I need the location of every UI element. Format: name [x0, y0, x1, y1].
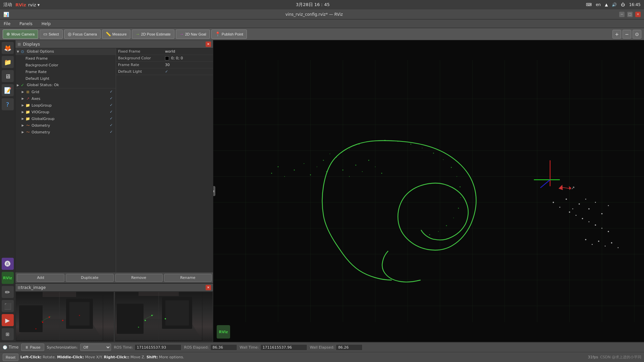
grid-check[interactable]: ✓ — [110, 89, 114, 94]
globalgroup-check[interactable]: ✓ — [110, 116, 114, 121]
svg-rect-19 — [165, 300, 189, 325]
tree-item-globalgroup[interactable]: ▶ 📁 GlobalGroup ✓ — [15, 115, 116, 122]
zoom-in-button[interactable]: + — [612, 30, 621, 39]
ros-time-field: ROS Time: 1711615537.93 — [114, 344, 181, 351]
odometry1-expand[interactable]: ▶ — [21, 123, 25, 127]
nav-goal-button[interactable]: → 2D Nav Goal — [176, 29, 210, 39]
track-image-panel: ▦ track_image ✕ — [15, 283, 213, 342]
tree-item-loopgroup[interactable]: ▶ 📁 LoopGroup ✓ — [15, 102, 116, 109]
odometry2-expand[interactable]: ▶ — [21, 130, 25, 134]
global-status-expand[interactable]: ▶ — [17, 83, 21, 87]
taskbar-vscode-icon[interactable]: ⬛ — [2, 300, 14, 312]
taskbar-terminal2-icon[interactable]: ▶ — [2, 314, 14, 326]
svg-point-83 — [585, 239, 586, 240]
frame-rate-prop-value[interactable]: 30 — [163, 63, 213, 67]
collapse-arrow[interactable]: ◀ — [213, 186, 215, 196]
displays-tree: ▼ ⊙ Global Options Fixed Frame — [15, 48, 116, 272]
tree-item-viogroup[interactable]: ▶ 📁 VIOGroup ✓ — [15, 109, 116, 115]
viogroup-check[interactable]: ✓ — [110, 110, 114, 114]
axes-check[interactable]: ✓ — [110, 96, 114, 101]
taskbar-files-icon[interactable]: 📁 — [2, 56, 14, 68]
sync-select[interactable]: Off Approximate Exact — [80, 344, 111, 351]
svg-point-84 — [592, 244, 593, 245]
measure-button[interactable]: 📏 Measure — [102, 29, 130, 39]
3d-viewport[interactable]: ◀ — [213, 40, 644, 342]
taskbar-terminal-icon[interactable]: 🖥 — [2, 70, 14, 82]
axes-expand[interactable]: ▶ — [21, 97, 25, 101]
taskbar-pen-icon[interactable]: ✏ — [2, 286, 14, 298]
svg-point-52 — [284, 176, 285, 177]
menu-panels[interactable]: Panels — [17, 21, 35, 27]
remove-button[interactable]: Remove — [115, 274, 163, 282]
right-camera-svg — [115, 292, 213, 342]
taskbar-rviz-logo[interactable]: RViz — [2, 272, 14, 284]
zoom-out-button[interactable]: − — [623, 30, 631, 39]
global-options-expand[interactable]: ▼ — [17, 50, 21, 53]
svg-point-99 — [349, 149, 350, 149]
panels-area: ▦ Displays ✕ ▼ ⊙ Global Options — [15, 40, 213, 342]
right-camera-view — [115, 292, 213, 342]
tree-item-grid[interactable]: ▶ ⊞ Grid ✓ — [15, 88, 116, 95]
taskbar-help-icon[interactable]: ? — [2, 98, 14, 110]
focus-camera-icon: ◎ — [68, 32, 71, 37]
odometry2-check[interactable]: ✓ — [110, 130, 114, 134]
odometry1-icon: 〜 — [25, 123, 30, 128]
odometry1-check[interactable]: ✓ — [110, 123, 114, 128]
menu-file[interactable]: File — [2, 21, 12, 27]
grid-expand[interactable]: ▶ — [21, 90, 25, 94]
maximize-button[interactable]: □ — [627, 12, 633, 17]
odometry2-icon: 〜 — [25, 130, 30, 134]
default-light-prop-value[interactable]: ✓ — [163, 69, 213, 74]
svg-point-101 — [372, 140, 372, 141]
svg-point-60 — [349, 176, 350, 177]
publish-point-button[interactable]: 📍 Publish Point — [211, 29, 247, 39]
language-indicator[interactable]: en — [596, 2, 601, 7]
time-controls: 🕐 Time ⏸ Pause Synchronization: Off Appr… — [0, 343, 644, 352]
fixed-frame-prop-value[interactable]: world — [163, 49, 213, 54]
svg-point-111 — [461, 197, 461, 198]
reset-button[interactable]: Reset — [3, 354, 18, 361]
fps-indicator: 31fps — [588, 355, 598, 359]
bg-color-prop-value[interactable]: 0; 0; 0 — [163, 56, 213, 60]
minimize-button[interactable]: − — [619, 12, 625, 17]
select-button[interactable]: ▭ Select — [40, 29, 63, 39]
loopgroup-expand[interactable]: ▶ — [21, 103, 25, 107]
move-camera-button[interactable]: ⊕ Move Camera — [3, 29, 38, 39]
displays-close-button[interactable]: ✕ — [206, 42, 211, 47]
taskbar-appstore-icon[interactable]: 🅐 — [2, 258, 14, 270]
zoom-reset-button[interactable]: ⊙ — [633, 30, 641, 39]
bg-color-prop-label: Background Color — [116, 56, 163, 60]
rename-button[interactable]: Rename — [164, 274, 212, 282]
power-icon[interactable]: ⏻ — [621, 2, 625, 7]
viogroup-expand[interactable]: ▶ — [21, 110, 25, 114]
left-camera-image — [15, 292, 114, 342]
volume-icon[interactable]: 🔊 — [612, 2, 617, 7]
track-image-close-button[interactable]: ✕ — [206, 285, 211, 290]
activity-label[interactable]: 活动 — [3, 2, 12, 8]
svg-point-54 — [304, 163, 304, 164]
focus-camera-button[interactable]: ◎ Focus Camera — [64, 29, 101, 39]
close-button[interactable]: ✕ — [635, 12, 641, 17]
tree-item-odometry1[interactable]: ▶ 〜 Odometry ✓ — [15, 122, 116, 129]
menu-help[interactable]: Help — [40, 21, 53, 27]
tree-item-axes[interactable]: ▶ ↗ Axes ✓ — [15, 95, 116, 102]
global-options-label: Global Options — [27, 49, 54, 54]
svg-point-109 — [457, 176, 457, 177]
duplicate-button[interactable]: Duplicate — [66, 274, 113, 282]
taskbar-grid-icon[interactable]: ⊞ — [2, 328, 14, 340]
rviz-logo-overlay: RViz — [217, 325, 230, 339]
taskbar-browser-icon[interactable]: 🦊 — [2, 42, 14, 54]
svg-point-88 — [618, 247, 619, 248]
svg-point-106 — [433, 153, 434, 154]
svg-point-51 — [278, 166, 279, 167]
pose-estimate-button[interactable]: → 2D Pose Estimate — [132, 29, 174, 39]
input-method-icon[interactable]: ⌨ — [586, 2, 592, 7]
svg-point-64 — [375, 167, 376, 167]
loopgroup-check[interactable]: ✓ — [110, 103, 114, 108]
tree-item-odometry2[interactable]: ▶ 〜 Odometry ✓ — [15, 129, 116, 135]
ros-time-label: ROS Time: — [114, 345, 133, 350]
taskbar-text-icon[interactable]: 📝 — [2, 84, 14, 96]
pause-button[interactable]: ⏸ Pause — [21, 344, 44, 351]
globalgroup-expand[interactable]: ▶ — [21, 117, 25, 121]
add-button[interactable]: Add — [17, 274, 64, 282]
